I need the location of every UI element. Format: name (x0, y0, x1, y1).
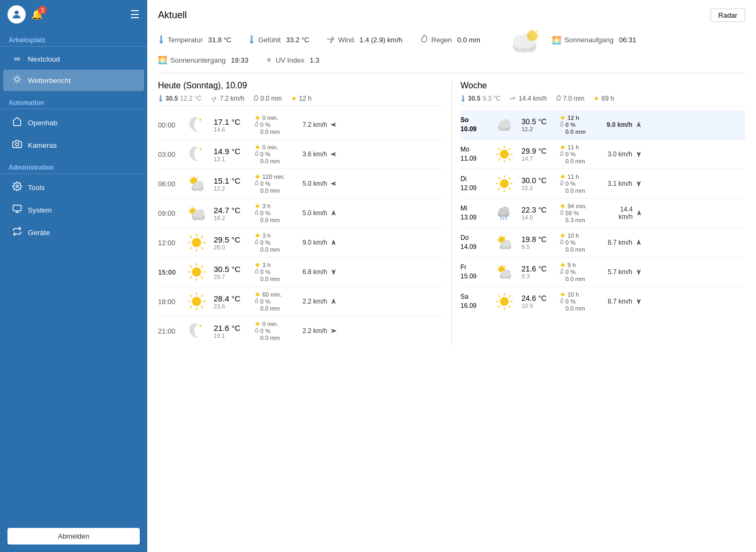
row-temp-main: 15.1 °C (214, 176, 240, 185)
row-sun-rain: 0 min. 0 % 0.0 mm (254, 144, 297, 164)
row-sun-rain: 3 h 0 % 0.0 mm (254, 232, 297, 253)
row-rain-mm: 0.0 mm (254, 305, 297, 312)
row-rain-mm: 0.0 mm (254, 187, 297, 194)
row-sun-rain: 0 min. 0 % 0.0 mm (254, 321, 297, 341)
heute-temp-min: 12.2 °C (180, 95, 201, 102)
week-sun-time: 9 h (560, 262, 602, 268)
svg-point-11 (16, 185, 19, 188)
svg-point-31 (199, 119, 201, 121)
heute-sun-summary: 12 h (291, 95, 312, 102)
svg-line-8 (14, 82, 14, 82)
notification-badge: 3 (38, 6, 47, 14)
svg-point-10 (16, 143, 19, 146)
row-weather-icon (183, 174, 210, 193)
row-time: 12:00 (158, 239, 179, 247)
svg-point-76 (192, 238, 201, 247)
woche-temp-min: 9.3 °C (482, 95, 500, 102)
openhab-icon (12, 117, 22, 128)
svg-rect-128 (463, 95, 464, 100)
sidebar-item-system[interactable]: System (3, 199, 144, 221)
table-row: Sa 16.09 24.6 °C 10.9 10 h 0 % (460, 287, 745, 316)
week-date: Mo 11.09 (460, 145, 487, 163)
svg-point-135 (502, 119, 510, 128)
svg-point-85 (256, 234, 259, 237)
main-content: Aktuell Radar Temperatur 31.8 °C Gefühlt… (147, 0, 756, 552)
sunrise-icon: 🌅 (552, 36, 561, 44)
sidebar-item-geraete[interactable]: Geräte (3, 222, 144, 243)
row-temp-main: 17.1 °C (214, 117, 240, 126)
woche-temp-val: 30.5 (468, 95, 480, 102)
svg-line-114 (190, 306, 192, 308)
aktuell-section: Aktuell Radar (158, 9, 745, 22)
svg-marker-201 (637, 239, 641, 245)
sidebar-item-nextcloud[interactable]: ∞ Nextcloud (3, 49, 144, 69)
week-temp-min: 9.5 (521, 244, 556, 250)
sidebar-item-openhab[interactable]: Openhab (3, 112, 144, 133)
abmelden-button[interactable]: Abmelden (7, 528, 140, 545)
week-temp-min: 15.2 (521, 185, 556, 191)
svg-line-97 (201, 277, 203, 279)
sonnenuntergang-label: Sonnenuntergang (170, 56, 225, 64)
aktuell-grid: Temperatur 31.8 °C Gefühlt 33.2 °C Wind … (158, 27, 745, 73)
row-weather-icon (183, 115, 210, 134)
table-row: 03:00 14.9 °C 13.1 0 min. 0 % 0.0 mm 3.6… (158, 140, 443, 169)
row-temp-min: 14.6 (214, 126, 251, 133)
week-weather-icon (490, 233, 518, 252)
svg-point-106 (192, 297, 201, 306)
row-wind: 2.2 km/h (300, 297, 338, 306)
row-rain-pct: 0 % (254, 180, 297, 187)
heute-temp-summary: 30.5 12.2 °C (158, 95, 202, 102)
week-wind: 3.1 km/h (606, 179, 643, 188)
sunset-icon: 🌅 (158, 56, 167, 64)
svg-point-122 (256, 322, 259, 326)
aktuell-uv-index: ☀ UV Index 1.3 (266, 56, 320, 64)
week-weather-icon (490, 175, 518, 193)
svg-line-82 (201, 247, 203, 249)
svg-marker-217 (637, 269, 641, 275)
row-temp-min: 12.2 (214, 185, 251, 192)
sidebar-item-tools[interactable]: Tools (3, 177, 144, 198)
aktuell-sonnenaufgang: 🌅 Sonnenaufgang 06:31 (552, 36, 636, 44)
hamburger-menu[interactable]: ☰ (130, 8, 140, 21)
week-rain-mm: 5.3 mm (560, 217, 602, 223)
row-wind: 5.0 km/h (300, 179, 338, 188)
svg-point-91 (192, 267, 201, 276)
woche-sun-val: 69 h (602, 95, 614, 102)
section-label-arbeitsplatz: Arbeitsplatz (0, 29, 147, 46)
row-temp-main: 30.5 °C (214, 264, 240, 274)
radar-button[interactable]: Radar (710, 9, 745, 22)
notification-bell[interactable]: 🔔 3 (31, 9, 43, 20)
rain-icon (420, 34, 428, 46)
svg-point-24 (527, 31, 538, 41)
svg-line-150 (498, 158, 500, 160)
week-sun-time: 11 h (560, 144, 602, 150)
svg-point-227 (561, 293, 564, 296)
sidebar-header: 🔔 3 ☰ (0, 0, 147, 29)
thermometer-icon (158, 34, 164, 46)
sidebar-item-label-kameras: Kameras (28, 141, 57, 149)
woche-summary: 30.5 9.3 °C 14.4 km/h 7.0 mm 69 h (460, 95, 745, 106)
week-rain-mm: 0.0 mm (560, 187, 602, 194)
uv-value: 1.3 (309, 56, 319, 64)
week-wind: 9.0 km/h (606, 120, 643, 129)
row-temperature: 14.9 °C 13.1 (214, 147, 251, 162)
sidebar-item-wetterbericht[interactable]: Wetterbericht (3, 70, 144, 91)
row-time: 21:00 (158, 327, 179, 335)
row-rain-mm: 0.0 mm (254, 128, 297, 135)
sidebar-item-kameras[interactable]: Kameras (3, 134, 144, 156)
sidebar-bottom: Abmelden (0, 520, 147, 552)
aktuell-temperatur: Temperatur 31.8 °C (158, 34, 231, 46)
row-sun-time: 3 h (254, 232, 297, 239)
wind-value: 1.4 (2.9) km/h (359, 36, 402, 44)
row-rain-pct: 0 % (254, 239, 297, 246)
svg-marker-37 (330, 123, 336, 127)
row-time: 03:00 (158, 150, 179, 158)
svg-line-189 (498, 236, 499, 237)
aktuell-sonnenuntergang: 🌅 Sonnenuntergang 19:33 (158, 56, 248, 64)
week-rain-pct: 0 % (560, 298, 602, 305)
week-temperature: 19.8 °C 9.5 (521, 235, 556, 250)
svg-line-223 (498, 295, 500, 297)
woche-title: Woche (460, 81, 745, 90)
week-wind: 8.7 km/h (606, 238, 643, 247)
section-label-administration: Administration (0, 156, 147, 173)
